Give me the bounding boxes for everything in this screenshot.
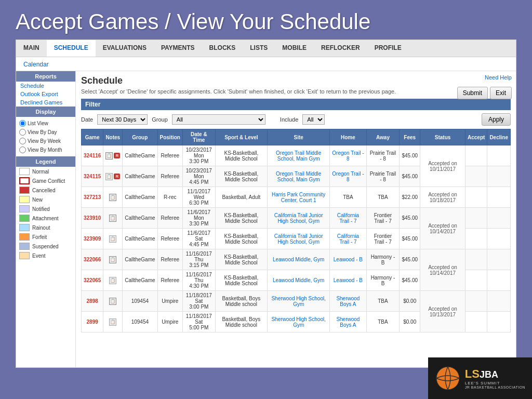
datetime-cell: 11/1/2017 Wed 6:30 PM (182, 187, 215, 208)
datetime-cell: 11/18/2017 Sat 5:00 PM (182, 312, 215, 332)
notes-icon[interactable]: 📋 (109, 194, 116, 201)
include-select[interactable]: All (302, 114, 325, 125)
home-link[interactable]: Oregon Trail - 8 (332, 171, 364, 182)
notes-icon[interactable]: 📋 (109, 318, 116, 326)
group-select[interactable]: All (172, 114, 265, 125)
svg-point-0 (436, 367, 459, 390)
game-link[interactable]: 324115 (84, 174, 101, 179)
fees-cell: $45.00 (400, 166, 420, 187)
notes-icon[interactable]: 📋 (109, 277, 116, 284)
sidebar-outlook-link[interactable]: Outlook Export (16, 90, 75, 98)
home-link[interactable]: Sherwood Boys A (336, 296, 360, 307)
game-link[interactable]: 322065 (84, 277, 101, 283)
site-link[interactable]: Leawood Middle, Gym (273, 277, 325, 283)
site-link[interactable]: Oregon Trail Middle School, Main Gym (276, 150, 321, 162)
col-away: Away (366, 129, 400, 145)
home-link[interactable]: Sherwood Boys A (336, 316, 360, 328)
reports-section-title: Reports (16, 71, 75, 82)
accept-cell (466, 270, 487, 291)
home-link[interactable]: California Trail - 7 (337, 233, 359, 245)
col-status: Status (420, 129, 466, 145)
apply-button[interactable]: Apply (482, 113, 511, 126)
site-link[interactable]: Sherwood High School, Gym (271, 316, 326, 328)
game-link[interactable]: 2899 (87, 319, 98, 325)
nav-schedule[interactable]: SCHEDULE (47, 40, 96, 57)
date-select[interactable]: Next 30 Days Next 7 Days This Month (97, 114, 148, 125)
home-cell: Sherwood Boys A (330, 312, 366, 332)
content-area: Reports Schedule Outlook Export Declined… (16, 71, 516, 367)
nav-main[interactable]: MAIN (16, 40, 47, 57)
group-cell: CalltheGame (123, 270, 157, 291)
site-link[interactable]: Leawood Middle, Gym (273, 257, 325, 262)
nav-reflocker[interactable]: REFLOCKER (314, 40, 367, 57)
decline-cell (487, 187, 511, 208)
site-link[interactable]: California Trail Junior High School, Gym (274, 233, 323, 245)
nav-mobile[interactable]: MOBILE (275, 40, 314, 57)
sport-cell: KS-Basketball, Middle School (215, 208, 267, 229)
nav-lists[interactable]: LISTS (243, 40, 275, 57)
game-link[interactable]: 323910 (84, 215, 101, 221)
r-badge: R (114, 174, 120, 179)
position-cell: Referee (157, 145, 182, 166)
position-cell: Umpire (157, 291, 182, 312)
accept-cell (466, 229, 487, 249)
away-cell: Prairie Trail - 8 (366, 145, 400, 166)
status-cell: Accepted on 10/13/2017 (420, 291, 466, 332)
home-link[interactable]: Leawood - B (334, 277, 363, 283)
fees-cell: $45.00 (400, 145, 420, 166)
nav-evaluations[interactable]: EVALUATIONS (96, 40, 154, 57)
nav-profile[interactable]: PROFILE (367, 40, 409, 57)
sport-cell: Basketball, Boys Middle school (215, 291, 267, 312)
home-link[interactable]: Oregon Trail - 8 (332, 150, 364, 162)
notes-icon[interactable]: 📋 (109, 298, 116, 305)
game-link[interactable]: 322066 (84, 257, 101, 262)
logo-ls: LS (465, 367, 480, 380)
nav-blocks[interactable]: BLOCKS (202, 40, 243, 57)
fees-cell: $0.00 (400, 291, 420, 312)
notes-icon[interactable]: 📋 (109, 256, 116, 263)
group-cell: CalltheGame (123, 208, 157, 229)
radio-day-view[interactable]: View By Day (16, 128, 75, 137)
site-link[interactable]: California Trail Junior High School, Gym (274, 212, 323, 224)
legend-suspended: Suspended (16, 242, 75, 251)
game-link[interactable]: 324116 (84, 153, 101, 158)
col-site: Site (268, 129, 330, 145)
sidebar-declined-link[interactable]: Declined Games (16, 98, 75, 107)
col-sport: Sport & Level (215, 129, 267, 145)
nav-payments[interactable]: PAYMENTS (154, 40, 202, 57)
notes-icon[interactable]: 📋 (105, 152, 113, 159)
site-link[interactable]: Oregon Trail Middle School, Main Gym (276, 171, 321, 182)
exit-button[interactable]: Exit (490, 87, 512, 99)
fees-cell: $22.00 (400, 187, 420, 208)
decline-cell (487, 270, 511, 291)
notes-icon[interactable]: 📋 (109, 215, 116, 222)
radio-month-view[interactable]: View By Month (16, 145, 75, 154)
logo-subtitle1: LEE'S SUMMIT (465, 381, 525, 385)
game-link[interactable]: 2898 (87, 298, 98, 304)
accept-cell (466, 291, 487, 312)
site-link[interactable]: Sherwood High School, Gym (271, 296, 326, 307)
group-cell: 109454 (123, 291, 157, 312)
home-link[interactable]: California Trail - 7 (337, 212, 359, 224)
game-link[interactable]: 327213 (84, 194, 101, 200)
radio-list-view[interactable]: List View (16, 119, 75, 128)
logo-area: LSJBA LEE'S SUMMIT JR BASKETBALL ASSOCIA… (428, 357, 532, 399)
sport-cell: KS-Basketball, Middle School (215, 229, 267, 249)
notes-icon[interactable]: 📋 (109, 235, 116, 243)
need-help-link[interactable]: Need Help (485, 74, 512, 81)
game-link[interactable]: 323909 (84, 236, 101, 242)
away-cell: Prairie Trail - 8 (366, 166, 400, 187)
col-home: Home (330, 129, 366, 145)
position-cell: Referee (157, 249, 182, 270)
home-link[interactable]: Leawood - B (334, 257, 363, 262)
submit-button[interactable]: Submit (457, 87, 488, 99)
notes-icon[interactable]: 📋 (105, 173, 113, 180)
legend-section-title: Legend (16, 156, 75, 167)
accept-cell (466, 249, 487, 270)
schedule-table: Game Notes Group Position Date & Time Sp… (81, 129, 511, 332)
radio-week-view[interactable]: View By Week (16, 137, 75, 145)
site-link[interactable]: Harris Park Community Center, Court 1 (272, 192, 325, 203)
fees-cell: $45.00 (400, 249, 420, 270)
sidebar-schedule-link[interactable]: Schedule (16, 82, 75, 90)
sub-nav-calendar[interactable]: Calendar (23, 61, 49, 68)
